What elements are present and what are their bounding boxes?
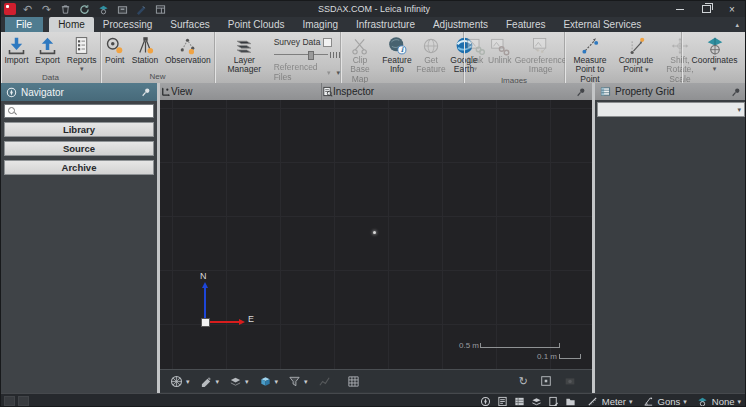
tab-processing[interactable]: Processing (94, 17, 161, 32)
inspector-tab[interactable]: Inspector (322, 83, 592, 100)
active-layer-combobox[interactable]: Survey Data (274, 37, 321, 47)
log-toggle-icon[interactable] (548, 395, 560, 407)
navigator-item-source[interactable]: Source (4, 141, 154, 156)
slider-thumb[interactable] (308, 51, 314, 60)
distance-unit-caret-icon: ▾ (629, 398, 633, 405)
new-station-button[interactable]: Station (131, 34, 159, 66)
tab-home[interactable]: Home (49, 17, 94, 32)
tab-imaging[interactable]: Imaging (293, 17, 347, 32)
view-tab[interactable]: View (160, 83, 321, 100)
property-grid-toggle-icon[interactable] (514, 395, 526, 407)
tab-file[interactable]: File (5, 17, 43, 32)
clip-base-map-button[interactable]: Clip Base Map (341, 34, 379, 85)
filter-dropdown[interactable]: ▾ (287, 374, 308, 389)
survey-point-marker[interactable] (373, 231, 376, 234)
export-icon (37, 35, 58, 56)
new-observation-button[interactable]: Observation (164, 34, 212, 66)
angle-unit-dropdown[interactable]: Gons ▾ (643, 395, 687, 407)
new-station-label: Station (132, 56, 158, 65)
tab-surfaces[interactable]: Surfaces (161, 17, 218, 32)
referenced-files-dropdown-icon[interactable]: ▾ (327, 69, 331, 76)
layer-manager-button[interactable]: Layer Manager (219, 34, 270, 76)
property-grid-pin-icon[interactable] (730, 86, 742, 98)
layer-transparency-slider[interactable] (274, 50, 340, 59)
property-grid-header[interactable]: Property Grid (595, 83, 746, 100)
status-mini-icon-1[interactable] (4, 396, 15, 406)
tab-point-clouds[interactable]: Point Clouds (219, 17, 294, 32)
feature-info-button[interactable]: i Feature Info (379, 34, 415, 76)
angle-icon (643, 395, 655, 407)
new-point-button[interactable]: Point (103, 34, 126, 66)
snapshot-icon[interactable] (564, 375, 576, 387)
measure-point-to-point-label: Measure Point to Point (566, 56, 614, 84)
collapse-ribbon-icon[interactable]: ▴ (735, 17, 739, 32)
angle-unit-value: Gons (658, 396, 681, 407)
tab-features[interactable]: Features (497, 17, 554, 32)
map-canvas[interactable]: N E 0.5 m 0.1 m (160, 100, 592, 369)
property-grid-title: Property Grid (615, 86, 674, 97)
property-grid-panel: Property Grid ▾ (595, 83, 746, 393)
status-mini-icon-2[interactable] (18, 396, 29, 406)
chart-tool-button[interactable] (317, 374, 332, 389)
ruler-icon (587, 395, 599, 407)
clip-base-map-icon (350, 35, 370, 56)
view-3d-dropdown[interactable]: ▾ (258, 374, 279, 389)
coordinate-system-dropdown[interactable]: None ▾ (697, 395, 741, 407)
link-dropdown-icon[interactable]: ▾ (474, 65, 478, 72)
georeference-image-icon (530, 35, 551, 56)
property-object-selector[interactable]: ▾ (597, 102, 745, 117)
coordinates-button[interactable]: Coordinates ▾ (691, 34, 739, 73)
scale-major-bar (480, 343, 560, 348)
distance-unit-dropdown[interactable]: Meter ▾ (587, 395, 633, 407)
minimize-button[interactable] (667, 1, 693, 17)
navigation-mode-dropdown[interactable]: ▾ (169, 374, 190, 389)
navigator-header[interactable]: Navigator (1, 83, 157, 101)
georeference-image-button[interactable]: Georeference Image (513, 34, 569, 76)
east-axis-label: E (248, 314, 254, 324)
import-icon (6, 35, 27, 56)
navigator-item-library[interactable]: Library (4, 122, 154, 137)
coordinates-dropdown-icon[interactable]: ▾ (713, 65, 717, 72)
get-feature-icon (421, 35, 441, 56)
get-feature-button[interactable]: Get Feature (415, 34, 447, 76)
unlink-image-button[interactable]: Unlink (487, 34, 513, 66)
property-selector-dropdown-icon[interactable]: ▾ (737, 106, 741, 113)
tab-infrastructure[interactable]: Infrastructure (347, 17, 424, 32)
navigator-pin-icon[interactable] (140, 86, 152, 98)
referenced-files-button[interactable]: Referenced Files (274, 62, 324, 82)
layer-visibility-checkbox[interactable] (323, 38, 332, 47)
tab-adjustments[interactable]: Adjustments (424, 17, 497, 32)
layers-visibility-dropdown[interactable]: ▾ (228, 374, 249, 389)
reports-button[interactable]: Reports ▾ (66, 34, 98, 73)
status-left-icons (4, 396, 29, 406)
inspector-toggle-icon[interactable] (497, 395, 509, 407)
import-button[interactable]: Import (3, 34, 29, 66)
layer-manager-icon (233, 35, 255, 56)
layers-more-dropdown-icon[interactable]: ▾ (336, 69, 340, 76)
layers-toggle-icon[interactable] (531, 395, 543, 407)
view-pin-icon[interactable] (575, 86, 587, 98)
compute-point-button[interactable]: Compute Point ▾ (615, 34, 657, 76)
style-dropdown[interactable]: ▾ (199, 374, 220, 389)
group-label-data: Data (1, 73, 100, 83)
restore-button[interactable] (693, 1, 719, 17)
tab-external-services[interactable]: External Services (554, 17, 650, 32)
navigator-search-box[interactable] (4, 104, 154, 118)
export-button[interactable]: Export (34, 34, 61, 66)
reports-dropdown-icon[interactable]: ▾ (80, 65, 84, 72)
compute-point-label: Compute Point ▾ (616, 56, 656, 75)
unlink-image-icon (489, 35, 510, 56)
project-folder-icon[interactable] (565, 395, 577, 407)
coordinates-label: Coordinates (692, 56, 738, 65)
reset-view-icon[interactable]: ↻ (519, 376, 528, 387)
compute-point-dropdown-icon[interactable]: ▾ (645, 66, 649, 73)
search-input[interactable] (19, 105, 153, 117)
measure-point-to-point-button[interactable]: Measure Point to Point (565, 34, 615, 85)
close-button[interactable]: × (719, 1, 745, 17)
link-image-button[interactable]: Link ▾ (464, 34, 487, 73)
coordinate-system-icon (697, 395, 709, 407)
grid-toggle-button[interactable] (346, 374, 361, 389)
navigator-item-archive[interactable]: Archive (4, 160, 154, 175)
zoom-extents-icon[interactable] (540, 375, 552, 387)
navigator-toggle-icon[interactable] (480, 395, 492, 407)
